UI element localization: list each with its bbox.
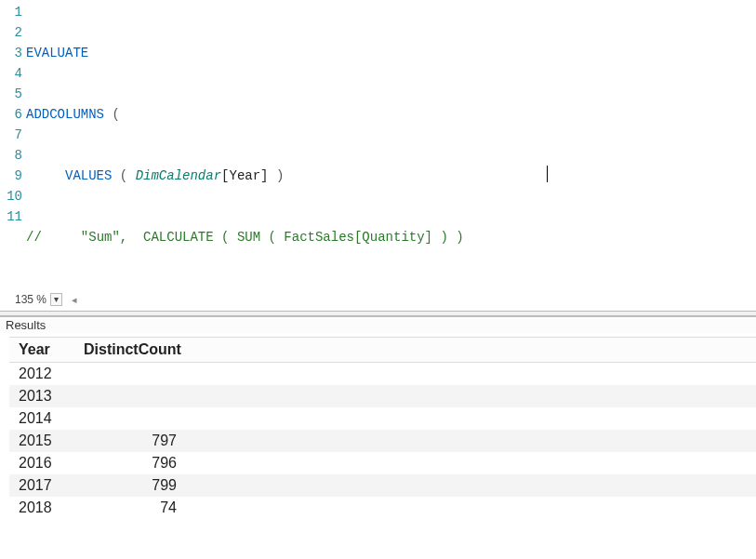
code-line: VALUES ( DimCalendar[Year] ) <box>26 166 756 186</box>
cell-count <box>74 407 205 430</box>
code-area[interactable]: EVALUATE ADDCOLUMNS ( VALUES ( DimCalend… <box>26 0 756 288</box>
keyword-evaluate: EVALUATE <box>26 46 88 60</box>
cell-year: 2015 <box>9 430 74 452</box>
table-header-row: Year DistinctCount <box>9 338 756 363</box>
column-header-year[interactable]: Year <box>9 338 74 363</box>
code-editor[interactable]: 1 2 3 4 5 6 7 8 9 10 11 EVALUATE ADDCOLU… <box>0 0 756 288</box>
text-cursor-icon <box>547 166 548 182</box>
table-row[interactable]: 201874 <box>9 497 756 519</box>
line-number: 3 <box>0 43 22 63</box>
line-number: 5 <box>0 84 22 104</box>
cell-year: 2012 <box>9 363 74 386</box>
table-row[interactable]: 2015797 <box>9 430 756 452</box>
table-dimcalendar: DimCalendar <box>136 168 221 183</box>
cell-year: 2017 <box>9 474 74 497</box>
line-number: 10 <box>0 186 22 206</box>
line-number: 1 <box>0 2 22 22</box>
table-row[interactable]: 2014 <box>9 407 756 430</box>
table-row[interactable]: 2012 <box>9 363 756 386</box>
cell-count: 74 <box>74 497 205 519</box>
zoom-value: 135 % <box>15 293 46 306</box>
line-number: 6 <box>0 104 22 125</box>
table-row[interactable]: 2016796 <box>9 452 756 474</box>
cell-count: 797 <box>74 430 205 452</box>
cell-count: 796 <box>74 452 205 474</box>
keyword-values: VALUES <box>65 168 112 183</box>
cell-year: 2016 <box>9 452 74 474</box>
line-number: 7 <box>0 125 22 145</box>
keyword-addcolumns: ADDCOLUMNS <box>26 107 104 122</box>
line-number-gutter: 1 2 3 4 5 6 7 8 9 10 11 <box>0 0 26 288</box>
cell-year: 2014 <box>9 407 74 430</box>
zoom-bar: 135 % ▾ ◂ <box>0 288 756 311</box>
line-number: 4 <box>0 63 22 84</box>
line-number: 2 <box>0 22 22 43</box>
cell-count <box>74 363 205 386</box>
line-number: 11 <box>0 206 22 227</box>
column-header-distinctcount[interactable]: DistinctCount <box>74 338 205 363</box>
cell-count <box>74 385 205 407</box>
collapse-left-icon[interactable]: ◂ <box>72 294 77 306</box>
cell-count: 799 <box>74 474 205 497</box>
line-number: 9 <box>0 166 22 186</box>
code-line: ADDCOLUMNS ( <box>26 104 756 125</box>
line-number: 8 <box>0 145 22 166</box>
results-tab[interactable]: Results <box>0 316 756 333</box>
zoom-dropdown-icon[interactable]: ▾ <box>50 293 62 306</box>
code-line: EVALUATE <box>26 43 756 63</box>
cell-year: 2018 <box>9 497 74 519</box>
table-row[interactable]: 2013 <box>9 385 756 407</box>
column-year: [Year] <box>221 168 268 183</box>
table-row[interactable]: 2017799 <box>9 474 756 497</box>
cell-year: 2013 <box>9 385 74 407</box>
results-grid[interactable]: Year DistinctCount 2012 2013 2014 201579… <box>9 337 756 519</box>
code-line-comment: // "Sum", CALCULATE ( SUM ( FactSales[Qu… <box>26 227 756 247</box>
